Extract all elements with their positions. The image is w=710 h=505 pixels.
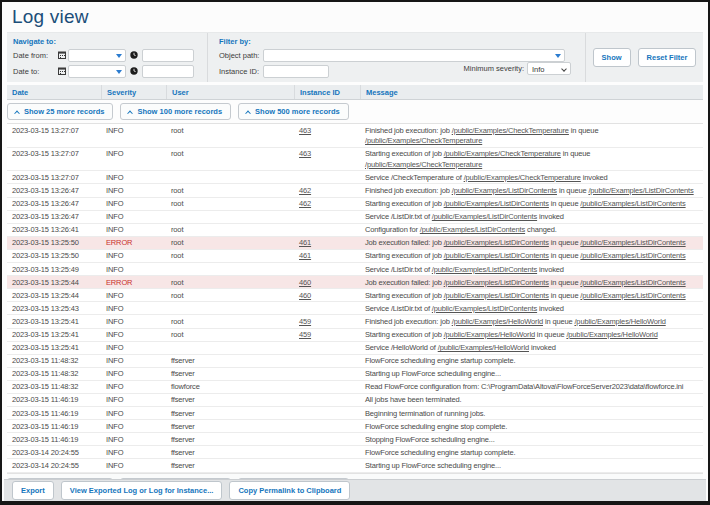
message-text: invoked <box>581 173 608 182</box>
message-text: in queue <box>549 291 580 300</box>
show-more-button[interactable]: Show 100 more records <box>120 103 231 120</box>
log-user: root <box>166 329 294 341</box>
chevron-down-icon <box>561 66 567 72</box>
message-text: invoked <box>537 212 564 221</box>
clock-icon[interactable] <box>129 66 139 76</box>
path-link[interactable]: /public/Examples/ListDirContents <box>452 186 557 195</box>
chevron-down-icon <box>116 54 122 58</box>
path-link[interactable]: /public/Examples/ListDirContents <box>588 186 693 195</box>
message-text: changed. <box>525 225 557 234</box>
path-link[interactable]: /public/Examples/ListDirContents <box>444 199 549 208</box>
log-severity: INFO <box>101 381 166 393</box>
path-link[interactable]: /public/Examples/ListDirContents <box>444 278 549 287</box>
message-text: Read FlowForce configuration from: C:\Pr… <box>365 382 683 391</box>
path-link[interactable]: /public/Examples/CheckTemperature <box>452 126 569 135</box>
path-link[interactable]: /public/Examples/HelloWorld <box>566 330 657 339</box>
log-severity: INFO <box>101 433 166 445</box>
show-button[interactable]: Show <box>593 48 631 67</box>
minimum-severity-select[interactable]: Info <box>527 62 571 75</box>
instance-id-input[interactable] <box>263 65 329 78</box>
path-link[interactable]: /public/Examples/ListDirContents <box>580 278 685 287</box>
log-severity: INFO <box>101 263 166 275</box>
message-text: All jobs have been terminated. <box>365 395 461 404</box>
filter-actions: Show Reset Filter <box>586 33 703 82</box>
instance-id-link[interactable]: 460 <box>299 278 311 287</box>
column-header-instance-id: Instance ID <box>294 85 360 99</box>
clock-icon[interactable] <box>129 50 139 60</box>
path-link[interactable]: /public/Examples/ListDirContents <box>432 212 537 221</box>
instance-id-link[interactable]: 462 <box>299 186 311 195</box>
message-text: Job execution failed: job <box>365 238 444 247</box>
path-link[interactable]: /public/Examples/ListDirContents <box>444 251 549 260</box>
table-header-row: DateSeverityUserInstance IDMessage <box>7 85 703 100</box>
path-link[interactable]: /public/Examples/ListDirContents <box>432 265 537 274</box>
path-link[interactable]: /public/Examples/ListDirContents <box>580 238 685 247</box>
path-link[interactable]: /public/Examples/ListDirContents <box>580 199 685 208</box>
log-user: ffserver <box>166 446 294 458</box>
instance-id-link[interactable]: 460 <box>299 291 311 300</box>
instance-id-link[interactable]: 463 <box>299 149 311 158</box>
log-message: Service /ListDir.txt of /public/Examples… <box>360 302 703 314</box>
instance-id-link[interactable]: 461 <box>299 238 311 247</box>
log-date: 2023-03-15 11:46:19 <box>7 433 101 445</box>
path-link[interactable]: /public/Examples/CheckTemperature <box>464 173 581 182</box>
path-link[interactable]: /public/Examples/CheckTemperature <box>365 160 482 169</box>
calendar-icon[interactable] <box>57 66 67 76</box>
log-severity: INFO <box>101 124 166 147</box>
log-user: ffserver <box>166 394 294 406</box>
log-message: All jobs have been terminated. <box>360 394 703 406</box>
table-row: 2023-03-15 13:27:07INFOService /CheckTem… <box>7 171 703 184</box>
log-instance <box>294 263 360 275</box>
log-instance: 459 <box>294 315 360 327</box>
path-link[interactable]: /public/Examples/CheckTemperature <box>444 149 561 158</box>
table-row: 2023-03-15 13:27:07INFOroot463Finished j… <box>7 124 703 148</box>
instance-id-link[interactable]: 463 <box>299 126 311 135</box>
path-link[interactable]: /public/Examples/ListDirContents <box>580 251 685 260</box>
log-date: 2023-03-15 13:27:07 <box>7 148 101 171</box>
log-message: Starting up FlowForce scheduling engine.… <box>360 459 703 471</box>
view-exported-log-button[interactable]: View Exported Log or Log for Instance... <box>61 481 223 500</box>
path-link[interactable]: /public/Examples/ListDirContents <box>444 291 549 300</box>
path-link[interactable]: /public/Examples/CheckTemperature <box>365 136 482 145</box>
path-link[interactable]: /public/Examples/ListDirContents <box>420 225 525 234</box>
path-link[interactable]: /public/Examples/HelloWorld <box>444 330 535 339</box>
date-to-label: Date to: <box>13 67 57 76</box>
copy-permalink-button[interactable]: Copy Permalink to Clipboard <box>229 481 350 500</box>
reset-filter-button[interactable]: Reset Filter <box>638 48 697 67</box>
message-text: Finished job execution: job <box>365 186 452 195</box>
object-path-combobox[interactable] <box>263 49 565 62</box>
log-message: FlowForce scheduling engine startup comp… <box>360 355 703 367</box>
date-to-row: Date to: <box>13 64 207 78</box>
path-link[interactable]: /public/Examples/ListDirContents <box>580 291 685 300</box>
calendar-icon[interactable] <box>57 50 67 60</box>
log-instance <box>294 433 360 445</box>
show-more-button[interactable]: Show 25 more records <box>7 103 113 120</box>
path-link[interactable]: /public/Examples/HelloWorld <box>574 317 665 326</box>
log-instance <box>294 394 360 406</box>
show-more-label: Show 25 more records <box>24 107 104 116</box>
time-from-input[interactable] <box>142 49 194 62</box>
log-severity: INFO <box>101 446 166 458</box>
export-button[interactable]: Export <box>12 481 54 500</box>
table-row: 2023-03-15 13:25:43INFOService /ListDir.… <box>7 302 703 315</box>
instance-id-link[interactable]: 461 <box>299 251 311 260</box>
path-link[interactable]: /public/Examples/ListDirContents <box>444 238 549 247</box>
table-row: 2023-03-15 11:46:19INFOffserverBeginning… <box>7 407 703 420</box>
path-link[interactable]: /public/Examples/HelloWorld <box>438 343 529 352</box>
date-from-select[interactable] <box>68 49 126 62</box>
instance-id-link[interactable]: 459 <box>299 330 311 339</box>
path-link[interactable]: /public/Examples/HelloWorld <box>452 317 543 326</box>
message-text: Service /HelloWorld of <box>365 343 438 352</box>
time-to-input[interactable] <box>142 65 194 78</box>
path-link[interactable]: /public/Examples/ListDirContents <box>432 304 537 313</box>
instance-id-link[interactable]: 459 <box>299 317 311 326</box>
table-row: 2023-03-15 11:48:32INFOffserverStarting … <box>7 368 703 381</box>
log-table: DateSeverityUserInstance IDMessage Show … <box>7 85 703 499</box>
log-instance: 461 <box>294 250 360 262</box>
instance-id-link[interactable]: 462 <box>299 199 311 208</box>
log-message: Configuration for /public/Examples/ListD… <box>360 224 703 236</box>
log-instance: 460 <box>294 289 360 301</box>
show-more-button[interactable]: Show 500 more records <box>238 103 349 120</box>
date-to-select[interactable] <box>68 65 126 78</box>
column-header-message: Message <box>360 85 703 99</box>
